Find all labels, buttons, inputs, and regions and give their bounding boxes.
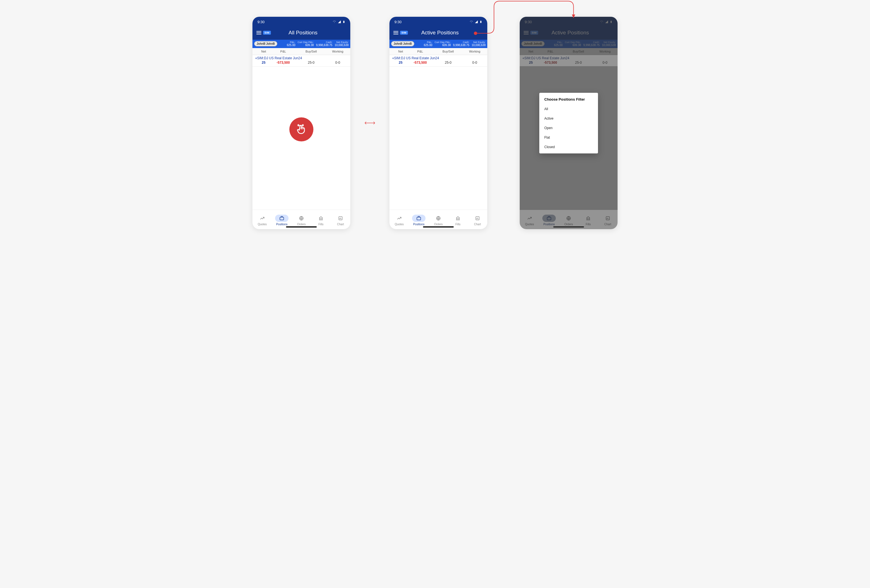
page-title[interactable]: Active Positions bbox=[397, 30, 483, 36]
gesture-bar[interactable] bbox=[286, 226, 317, 228]
dialog-title: Choose Positions Filter bbox=[539, 97, 598, 104]
position-net: 25 bbox=[255, 61, 272, 64]
nav-positions[interactable]: Positions bbox=[410, 213, 428, 227]
app-header: SIM All Positions bbox=[252, 27, 350, 40]
svg-rect-0 bbox=[280, 217, 284, 220]
summary-cash: Cash:9,998,638.75 bbox=[453, 41, 469, 47]
nav-fills[interactable]: Fills bbox=[312, 213, 330, 227]
summary-cash: Cash:9,998,638.75 bbox=[316, 41, 332, 47]
clock: 9:30 bbox=[395, 20, 401, 24]
position-working: 0-0 bbox=[465, 61, 484, 64]
swipe-gesture-icon bbox=[289, 118, 313, 141]
positions-table-header: Net P&L Buy/Sell Working bbox=[252, 48, 350, 55]
position-buysell: 25-0 bbox=[431, 61, 465, 64]
clock: 9:30 bbox=[258, 20, 264, 24]
signal-icon bbox=[337, 20, 341, 24]
summary-net-equity: Net Equity:10,000,638 bbox=[335, 41, 349, 47]
gesture-bar[interactable] bbox=[423, 226, 454, 228]
status-icons bbox=[332, 20, 345, 24]
col-header-buysell: Buy/Sell bbox=[294, 50, 328, 53]
filter-option-open[interactable]: Open bbox=[539, 123, 598, 133]
position-net: 25 bbox=[392, 61, 409, 64]
nav-quotes[interactable]: Quotes bbox=[390, 213, 408, 227]
globe-icon bbox=[435, 216, 441, 221]
position-pl: -573,500 bbox=[409, 61, 431, 64]
status-icons bbox=[469, 20, 482, 24]
summary-currday-pl: Curr Day P&L:609.38 bbox=[435, 41, 451, 47]
summary-net-equity: Net Equity:10,000,638 bbox=[472, 41, 486, 47]
col-header-pl: P&L bbox=[409, 50, 431, 53]
phone-screen-3: 9:30 SIM Active Positions JohnB JohnB P&… bbox=[520, 17, 618, 229]
position-name: «SIM:DJ US Real Estate Jun24 bbox=[255, 56, 347, 60]
globe-icon bbox=[299, 216, 304, 221]
battery-icon bbox=[343, 20, 345, 24]
nav-chart[interactable]: Chart bbox=[469, 213, 486, 227]
battery-icon bbox=[480, 20, 482, 24]
nav-quotes[interactable]: Quotes bbox=[253, 213, 271, 227]
app-header: SIM Active Positions bbox=[389, 27, 487, 40]
nav-orders[interactable]: Orders bbox=[292, 213, 310, 227]
tap-indicator-dot bbox=[474, 31, 477, 35]
page-title[interactable]: All Positions bbox=[260, 30, 346, 36]
filter-option-closed[interactable]: Closed bbox=[539, 142, 598, 152]
nav-positions[interactable]: Positions bbox=[273, 213, 291, 227]
positions-body[interactable] bbox=[389, 67, 487, 210]
modal-overlay[interactable]: Choose Positions Filter All Active Open … bbox=[520, 17, 618, 229]
swipe-arrow bbox=[364, 17, 376, 229]
svg-rect-4 bbox=[417, 217, 421, 220]
col-header-net: Net bbox=[255, 50, 272, 53]
status-bar: 9:30 bbox=[389, 17, 487, 27]
col-header-pl: P&L bbox=[272, 50, 294, 53]
nav-fills[interactable]: Fills bbox=[449, 213, 467, 227]
briefcase-icon bbox=[279, 216, 285, 221]
positions-table-header: Net P&L Buy/Sell Working bbox=[389, 48, 487, 55]
col-header-buysell: Buy/Sell bbox=[431, 50, 465, 53]
nav-chart[interactable]: Chart bbox=[332, 213, 349, 227]
briefcase-icon bbox=[416, 216, 422, 221]
filter-dialog: Choose Positions Filter All Active Open … bbox=[539, 93, 598, 153]
user-chip[interactable]: JohnB JohnB bbox=[391, 41, 414, 46]
trending-up-icon bbox=[259, 216, 265, 221]
bank-icon bbox=[455, 216, 461, 221]
col-header-working: Working bbox=[328, 50, 347, 53]
signal-icon bbox=[474, 20, 478, 24]
summary-pl: P&L:625.00 bbox=[287, 41, 295, 47]
trending-up-icon bbox=[396, 216, 402, 221]
phone-screen-2: 9:30 SIM Active Positions JohnB JohnB P&… bbox=[389, 17, 487, 229]
bank-icon bbox=[318, 216, 324, 221]
nav-orders[interactable]: Orders bbox=[429, 213, 447, 227]
position-row[interactable]: «SIM:DJ US Real Estate Jun24 25 -573,500… bbox=[389, 55, 487, 67]
position-row[interactable]: «SIM:DJ US Real Estate Jun24 25 -573,500… bbox=[252, 55, 350, 67]
col-header-net: Net bbox=[392, 50, 409, 53]
connector-spacer bbox=[501, 17, 506, 229]
summary-currday-pl: Curr Day P&L:609.38 bbox=[298, 41, 314, 47]
position-pl: -573,500 bbox=[272, 61, 294, 64]
user-chip[interactable]: JohnB JohnB bbox=[254, 41, 277, 46]
position-buysell: 25-0 bbox=[294, 61, 328, 64]
filter-option-flat[interactable]: Flat bbox=[539, 133, 598, 142]
wifi-icon bbox=[332, 20, 336, 24]
col-header-working: Working bbox=[465, 50, 484, 53]
phone-screen-1: 9:30 SIM All Positions JohnB JohnB P&L:6… bbox=[252, 17, 350, 229]
summary-pl: P&L:625.00 bbox=[424, 41, 432, 47]
filter-option-active[interactable]: Active bbox=[539, 114, 598, 123]
chart-icon bbox=[338, 216, 343, 221]
position-working: 0-0 bbox=[328, 61, 347, 64]
account-summary-bar: JohnB JohnB P&L:625.00 Curr Day P&L:609.… bbox=[389, 40, 487, 48]
status-bar: 9:30 bbox=[252, 17, 350, 27]
positions-body[interactable] bbox=[252, 67, 350, 210]
position-name: «SIM:DJ US Real Estate Jun24 bbox=[392, 56, 484, 60]
filter-option-all[interactable]: All bbox=[539, 104, 598, 114]
wifi-icon bbox=[469, 20, 473, 24]
chart-icon bbox=[475, 216, 480, 221]
account-summary-bar: JohnB JohnB P&L:625.00 Curr Day P&L:609.… bbox=[252, 40, 350, 48]
